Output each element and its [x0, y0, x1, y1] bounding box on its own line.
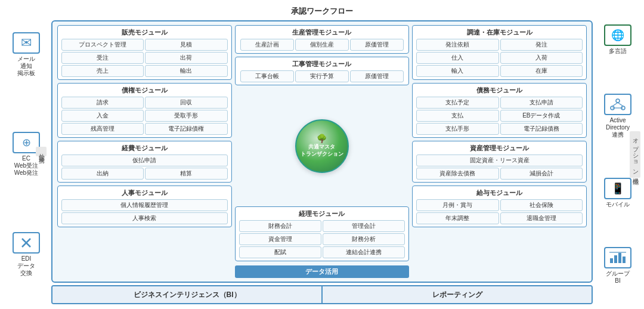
sidebar-item-edi: EDIデータ交換	[13, 232, 40, 277]
accounting-cell-5: 配賦	[239, 246, 321, 258]
right-sidebar: 🌐 多言語 ActiveDirectory連携 📱 モバイル	[596, 5, 639, 304]
asset-cell-1: 固定資産・リース資産	[416, 154, 583, 166]
expense-title: 経費モジュール	[61, 144, 228, 153]
sales-cell-4: 出荷	[145, 52, 227, 64]
sidebar-item-mail: ✉ メール通知掲示板	[13, 32, 40, 77]
payable-cell-3: 支払	[416, 110, 499, 122]
production-cell-2: 個別生産	[295, 39, 349, 51]
expense-module: 経費モジュール 仮払申請 出納 精算	[57, 141, 232, 183]
procurement-cell-6: 在庫	[500, 65, 583, 77]
master-label2: トランザクション	[301, 151, 343, 158]
procurement-cell-5: 輸入	[416, 65, 499, 77]
ad-label: ActiveDirectory連携	[606, 117, 630, 138]
asset-cell-3: 減損会計	[500, 168, 583, 180]
master-circle: 🌳 共通マスタ トランザクション	[295, 119, 349, 173]
expense-grid2: 出納 精算	[61, 168, 228, 180]
payable-cell-4: EBデータ作成	[500, 110, 583, 122]
payable-cell-5: 支払手形	[416, 123, 499, 135]
production-title: 生産管理モジュール	[240, 28, 404, 37]
salary-cell-4: 退職金管理	[500, 212, 583, 224]
bottom-bi: ビジネスインテリジェンス（BI）	[52, 286, 323, 303]
main-grid: 外部連携 販売モジュール プロスペクト管理 見積 受注 出荷 売上 輸出	[51, 20, 593, 283]
groupbi-label: グループBI	[606, 270, 630, 285]
accounting-cell-3: 資金管理	[239, 233, 321, 245]
receivable-cell-5: 残高管理	[61, 123, 144, 135]
ad-icon	[604, 94, 631, 115]
mobile-icon: 📱	[604, 178, 631, 199]
production-module: 生産管理モジュール 生産計画 個別生産 原価管理	[235, 25, 410, 54]
right-modules: 調達・在庫モジュール 発注依頼 発注 仕入 入荷 輸入 在庫 債務モジュール	[412, 25, 587, 278]
construction-cell-3: 原価管理	[350, 70, 404, 82]
mobile-label: モバイル	[606, 201, 630, 208]
payable-cell-6: 電子記録債務	[500, 123, 583, 135]
production-cell-1: 生産計画	[240, 39, 294, 51]
accounting-module: 経理モジュール 財務会計 管理会計 資金管理 財務分析 配賦 連結会計連携	[235, 206, 410, 261]
workflow-header: 承認ワークフロー	[51, 5, 593, 18]
svg-rect-10	[618, 253, 621, 263]
sales-cell-2: 見積	[145, 39, 227, 51]
payable-title: 債務モジュール	[416, 86, 583, 95]
bottom-reporting: レポーティング	[323, 286, 592, 303]
three-col-layout: 販売モジュール プロスペクト管理 見積 受注 出荷 売上 輸出 債権モジュール	[57, 25, 587, 278]
procurement-cell-2: 発注	[500, 39, 583, 51]
payable-cell-1: 支払予定	[416, 97, 499, 109]
sales-grid: プロスペクト管理 見積 受注 出荷 売上 輸出	[61, 39, 228, 77]
asset-title: 資産管理モジュール	[416, 144, 583, 153]
salary-cell-1: 月例・賞与	[416, 199, 499, 211]
data-bar: データ活用	[235, 265, 410, 278]
svg-line-5	[612, 103, 618, 106]
salary-cell-3: 年末調整	[416, 212, 499, 224]
construction-title: 工事管理モジュール	[240, 60, 404, 69]
edi-label: EDIデータ交換	[17, 255, 35, 277]
external-label: 外部連携	[36, 147, 47, 156]
hr-module: 人事モジュール 個人情報履歴管理 人事検索	[57, 186, 232, 227]
receivable-title: 債権モジュール	[61, 86, 228, 95]
procurement-grid: 発注依頼 発注 仕入 入荷 輸入 在庫	[416, 39, 583, 77]
svg-rect-9	[614, 255, 617, 263]
receivable-module: 債権モジュール 請求 回収 入金 受取手形 残高管理 電子記録債権	[57, 83, 232, 138]
production-cell-3: 原価管理	[350, 39, 404, 51]
payable-cell-2: 支払申請	[500, 97, 583, 109]
sidebar-item-groupbi: グループBI	[604, 247, 631, 285]
bottom-bar: ビジネスインテリジェンス（BI） レポーティング	[51, 285, 593, 304]
tree-icon: 🌳	[317, 134, 327, 143]
sidebar-item-ad: ActiveDirectory連携	[604, 94, 631, 138]
receivable-cell-4: 受取手形	[145, 110, 227, 122]
sales-cell-3: 受注	[61, 52, 144, 64]
multilang-label: 多言語	[609, 48, 627, 55]
receivable-cell-2: 回収	[145, 97, 227, 109]
receivable-cell-6: 電子記録債権	[145, 123, 227, 135]
receivable-grid: 請求 回収 入金 受取手形 残高管理 電子記録債権	[61, 97, 228, 135]
mail-icon: ✉	[13, 32, 40, 54]
svg-line-6	[618, 103, 623, 106]
center-modules: 生産管理モジュール 生産計画 個別生産 原価管理 工事管理モジュール 工事台帳 …	[235, 25, 410, 278]
expense-cell-1: 仮払申請	[61, 154, 228, 166]
construction-cell-2: 実行予算	[295, 70, 349, 82]
asset-module: 資産管理モジュール 固定資産・リース資産 資産除去債務 減損会計	[412, 141, 587, 183]
expense-cell-2: 出納	[61, 168, 144, 180]
salary-module: 給与モジュール 月例・賞与 社会保険 年末調整 退職金管理	[412, 186, 587, 227]
expense-cell-3: 精算	[145, 168, 227, 180]
construction-cell-1: 工事台帳	[240, 70, 294, 82]
sales-title: 販売モジュール	[61, 28, 228, 37]
edi-icon	[13, 232, 40, 254]
master-area: 🌳 共通マスタ トランザクション	[295, 88, 349, 203]
accounting-cell-1: 財務会計	[239, 220, 321, 232]
svg-rect-11	[623, 257, 626, 263]
hr-cell-2: 人事検索	[61, 212, 228, 224]
groupbi-icon	[604, 247, 631, 268]
sidebar-item-multilang: 🌐 多言語	[604, 24, 631, 55]
procurement-cell-3: 仕入	[416, 52, 499, 64]
procurement-module: 調達・在庫モジュール 発注依頼 発注 仕入 入荷 輸入 在庫	[412, 25, 587, 80]
svg-rect-8	[610, 258, 613, 263]
procurement-cell-1: 発注依頼	[416, 39, 499, 51]
accounting-cell-6: 連結会計連携	[323, 246, 405, 258]
asset-grid2: 資産除去債務 減損会計	[416, 168, 583, 180]
construction-module: 工事管理モジュール 工事台帳 実行予算 原価管理	[235, 57, 410, 85]
mail-label: メール通知掲示板	[17, 55, 35, 77]
svg-point-2	[616, 99, 620, 103]
asset-cell-2: 資産除去債務	[416, 168, 499, 180]
hr-title: 人事モジュール	[61, 189, 228, 197]
left-modules: 販売モジュール プロスペクト管理 見積 受注 出荷 売上 輸出 債権モジュール	[57, 25, 232, 278]
procurement-title: 調達・在庫モジュール	[416, 28, 583, 37]
